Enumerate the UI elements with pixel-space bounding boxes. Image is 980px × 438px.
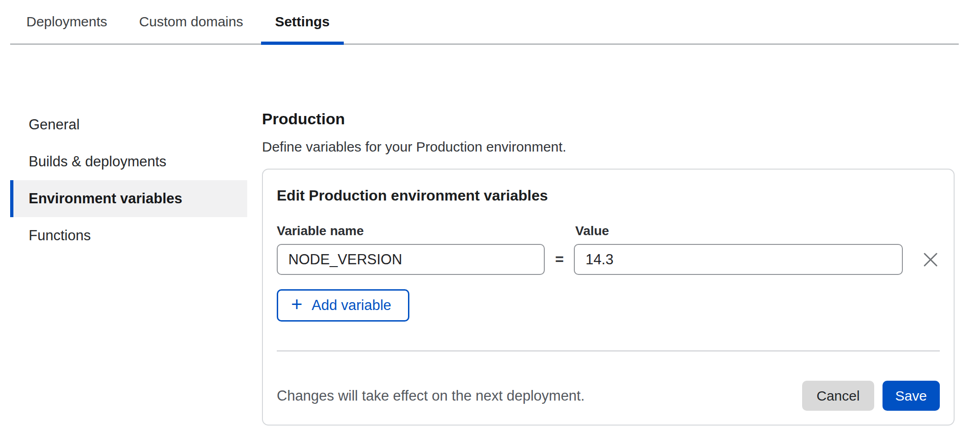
delete-variable-button[interactable]	[921, 250, 940, 269]
tab-label: Deployments	[26, 14, 107, 30]
env-vars-card: Edit Production environment variables Va…	[262, 169, 955, 426]
close-icon	[922, 251, 939, 268]
settings-sidebar: General Builds & deployments Environment…	[10, 106, 247, 426]
sidebar-item-builds-deployments[interactable]: Builds & deployments	[10, 143, 247, 180]
variable-row: =	[277, 244, 940, 275]
card-title: Edit Production environment variables	[277, 186, 940, 205]
cancel-button[interactable]: Cancel	[802, 381, 874, 411]
field-labels-row: Variable name Value	[277, 224, 940, 238]
variable-name-input[interactable]	[277, 244, 545, 275]
tab-custom-domains[interactable]: Custom domains	[125, 0, 257, 43]
variable-name-label: Variable name	[277, 224, 575, 238]
settings-layout: General Builds & deployments Environment…	[0, 45, 980, 426]
tab-bar: Deployments Custom domains Settings	[10, 0, 959, 45]
sidebar-item-general[interactable]: General	[10, 106, 247, 143]
add-variable-label: Add variable	[312, 297, 391, 314]
value-label: Value	[575, 224, 609, 238]
equals-sign: =	[545, 251, 574, 268]
tab-deployments[interactable]: Deployments	[12, 0, 121, 43]
card-footer: Changes will take effect on the next dep…	[277, 381, 940, 411]
sidebar-item-environment-variables[interactable]: Environment variables	[10, 180, 247, 217]
tab-settings[interactable]: Settings	[261, 0, 343, 43]
card-divider	[277, 350, 940, 352]
tab-label: Custom domains	[139, 14, 243, 30]
footer-note: Changes will take effect on the next dep…	[277, 388, 802, 404]
plus-icon: +	[291, 295, 303, 314]
save-button[interactable]: Save	[883, 381, 940, 411]
sidebar-item-functions[interactable]: Functions	[10, 217, 247, 254]
add-variable-button[interactable]: + Add variable	[277, 289, 409, 322]
page-description: Define variables for your Production env…	[262, 139, 955, 155]
settings-content: Production Define variables for your Pro…	[262, 110, 955, 426]
page-title: Production	[262, 110, 955, 128]
variable-value-input[interactable]	[574, 244, 903, 275]
tab-label: Settings	[275, 14, 329, 30]
